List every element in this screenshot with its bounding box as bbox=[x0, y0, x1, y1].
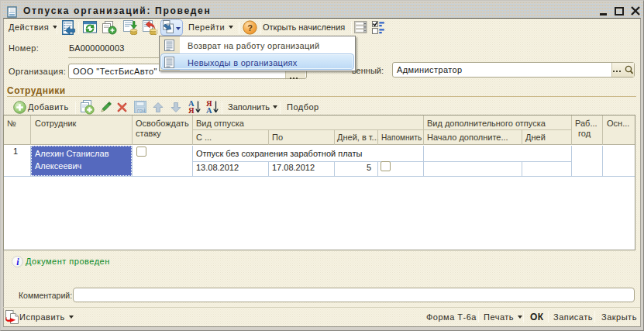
svg-text:?: ? bbox=[247, 23, 253, 33]
svg-text:ГОН: ГОН bbox=[137, 109, 146, 113]
